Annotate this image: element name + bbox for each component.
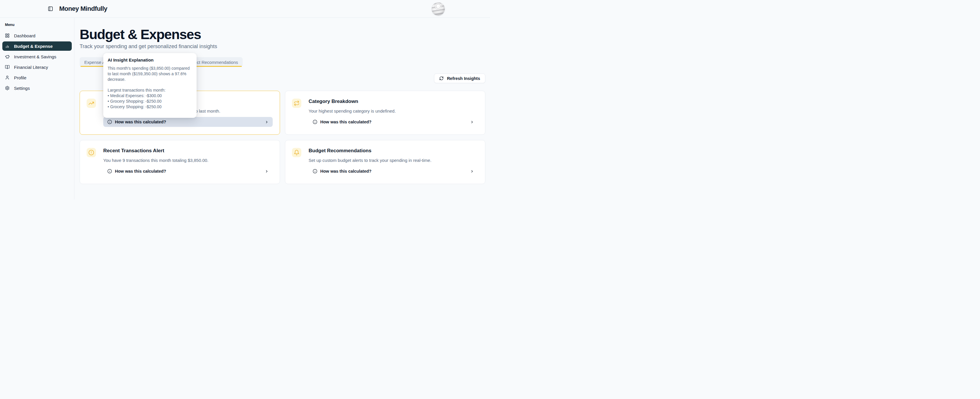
ai-insight-popover: AI Insight Explanation This month's spen… [103,53,197,118]
card-category-breakdown: Category Breakdown Your highest spending… [285,91,485,135]
card-title: Budget Recommendations [309,148,431,154]
card-description: Your highest spending category is undefi… [309,108,396,113]
sidebar-item-label: Investment & Savings [14,54,56,59]
info-icon [313,119,317,124]
card-icon-box [87,148,96,157]
how-calculated-label: How was this calculated? [115,169,166,173]
page-title: Budget & Expenses [80,27,485,42]
chevron-right-icon [470,120,474,124]
sidebar-item-investment-savings[interactable]: Investment & Savings [2,52,72,61]
info-icon [107,169,112,173]
how-calculated-button[interactable]: How was this calculated? [103,166,273,176]
bell-icon [294,149,299,156]
book-open-icon [5,65,10,70]
sidebar-item-label: Profile [14,75,27,80]
sidebar-item-budget-expense[interactable]: Budget & Expense [2,41,72,51]
sidebar-item-profile[interactable]: Profile [2,73,72,82]
chevron-right-icon [265,120,269,124]
bar-chart-icon [5,44,10,48]
sidebar-item-label: Dashboard [14,33,35,38]
card-description: You have 9 transactions this month total… [103,158,208,163]
how-calculated-button[interactable]: How was this calculated? [103,117,273,127]
how-calculated-label: How was this calculated? [320,169,372,173]
card-icon-box [87,99,96,108]
sidebar: Menu Dashboard Budget & Expense Investme… [0,18,75,199]
how-calculated-label: How was this calculated? [320,119,372,124]
how-calculated-button[interactable]: How was this calculated? [309,166,478,176]
chevron-right-icon [470,170,474,173]
card-title: Category Breakdown [309,99,396,105]
refresh-icon [439,76,444,81]
user-avatar[interactable] [432,2,445,16]
top-header: Money Mindfully [0,0,490,18]
sidebar-toggle-icon[interactable] [48,6,53,11]
card-icon-box [292,148,301,157]
card-description: Set up custom budget alerts to track you… [309,158,431,163]
popover-title: AI Insight Explanation [108,57,192,62]
how-calculated-button[interactable]: How was this calculated? [309,117,478,127]
sidebar-item-financial-literacy[interactable]: Financial Literacy [2,62,72,72]
refresh-insights-label: Refresh Insights [447,76,480,81]
app-title: Money Mindfully [59,5,107,13]
sidebar-item-dashboard[interactable]: Dashboard [2,31,72,40]
popover-transactions-list: Largest transactions this month: • Medic… [108,87,192,110]
alert-circle-icon [88,149,94,156]
refresh-insights-button[interactable]: Refresh Insights [434,73,485,83]
dashboard-grid-icon [5,33,10,38]
info-icon [313,169,317,173]
gear-icon [5,86,10,91]
sidebar-item-label: Settings [14,86,30,91]
piggy-bank-icon [5,54,10,59]
sidebar-item-settings[interactable]: Settings [2,83,72,93]
trending-up-icon [88,100,94,106]
repeat-icon [294,100,299,106]
chevron-right-icon [265,170,269,173]
sidebar-item-label: Budget & Expense [14,44,53,49]
info-icon [107,119,112,124]
sidebar-section-label: Menu [5,23,72,27]
page-subtitle: Track your spending and get personalized… [80,43,485,49]
card-budget-recommendations: Budget Recommendations Set up custom bud… [285,140,485,184]
popover-paragraph: This month's spending ($3,850.00) compar… [108,66,192,82]
user-icon [5,75,10,80]
how-calculated-label: How was this calculated? [115,119,166,124]
card-recent-transactions-alert: Recent Transactions Alert You have 9 tra… [80,140,280,184]
card-title: Recent Transactions Alert [103,148,208,154]
sidebar-item-label: Financial Literacy [14,65,48,70]
card-icon-box [292,99,301,108]
